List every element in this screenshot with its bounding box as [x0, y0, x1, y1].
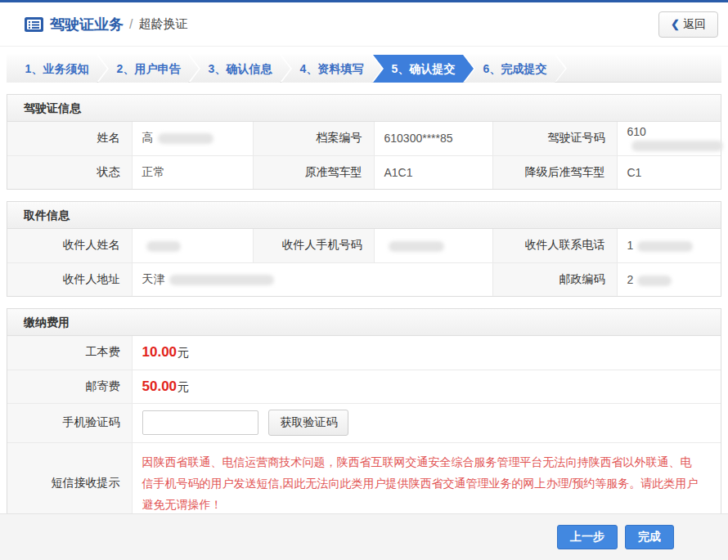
- step-tab-2[interactable]: 2、用户申告: [98, 55, 199, 83]
- redacted-value: [637, 276, 672, 286]
- field-value-postal-code: 2: [617, 262, 721, 296]
- steps-filler: [556, 55, 721, 82]
- section-title-license: 驾驶证信息: [7, 95, 721, 122]
- value-text: 高: [142, 131, 154, 144]
- table-row: 收件人地址 天津 邮政编码 2: [7, 262, 721, 296]
- fee-amount: 10.00: [142, 344, 178, 360]
- get-sms-code-button[interactable]: 获取验证码: [268, 410, 348, 436]
- table-row: 收件人姓名 收件人手机号码 收件人联系电话 1: [7, 229, 721, 262]
- field-label-name: 姓名: [7, 122, 132, 155]
- section-title-fees: 缴纳费用: [7, 309, 721, 336]
- field-value-recipient-name: [132, 229, 253, 262]
- step-tab-6[interactable]: 6、完成提交: [465, 55, 565, 83]
- page-subtitle: 超龄换证: [138, 16, 187, 32]
- back-button-label: 返回: [683, 17, 706, 32]
- sms-code-input[interactable]: [142, 410, 258, 435]
- page-title: 驾驶证业务: [50, 15, 124, 34]
- table-row: 工本费 10.00元: [7, 336, 721, 370]
- footer-bar: 上一步 完成: [0, 513, 728, 560]
- value-text: 610: [627, 125, 646, 138]
- value-text: C1: [627, 166, 642, 179]
- breadcrumb-separator: /: [129, 17, 133, 32]
- field-value-original-class: A1C1: [374, 155, 492, 189]
- redacted-value: [389, 241, 444, 252]
- step-progress-bar: 1、业务须知 2、用户申告 3、确认信息 4、资料填写 5、确认提交 6、完成提…: [7, 55, 721, 83]
- redacted-value: [637, 241, 693, 252]
- fees-table: 工本费 10.00元 邮寄费 50.00元 手机验证码 获取验证码 短信接收提示…: [7, 336, 721, 523]
- field-label-sms-code: 手机验证码: [7, 403, 132, 442]
- table-row: 姓名 高 档案编号 610300****85 驾驶证号码 610: [7, 122, 721, 155]
- field-label-original-class: 原准驾车型: [253, 155, 374, 189]
- field-value-recipient-mobile: [374, 229, 492, 262]
- previous-step-button[interactable]: 上一步: [557, 525, 618, 549]
- section-pickup-info: 取件信息 收件人姓名 收件人手机号码 收件人联系电话 1 收件人地址 天津 邮政…: [7, 201, 721, 297]
- section-license-info: 驾驶证信息 姓名 高 档案编号 610300****85 驾驶证号码 610 状…: [7, 94, 721, 190]
- redacted-value: [169, 275, 274, 285]
- field-value-production-fee: 10.00元: [132, 336, 721, 370]
- table-row: 邮寄费 50.00元: [7, 370, 721, 403]
- field-value-file-number: 610300****85: [374, 122, 492, 155]
- field-label-recipient-address: 收件人地址: [7, 262, 132, 296]
- field-label-status: 状态: [7, 155, 132, 189]
- license-info-table: 姓名 高 档案编号 610300****85 驾驶证号码 610 状态 正常 原…: [7, 122, 721, 189]
- chevron-left-icon: ❮: [671, 18, 680, 30]
- field-label-sms-notice: 短信接收提示: [7, 442, 132, 523]
- field-label-postage-fee: 邮寄费: [7, 370, 132, 403]
- pickup-info-table: 收件人姓名 收件人手机号码 收件人联系电话 1 收件人地址 天津 邮政编码 2: [7, 229, 721, 296]
- step-tab-1[interactable]: 1、业务须知: [7, 55, 107, 83]
- value-text: 正常: [142, 165, 165, 178]
- section-title-pickup: 取件信息: [7, 202, 721, 229]
- redacted-value: [158, 133, 213, 144]
- section-fees: 缴纳费用 工本费 10.00元 邮寄费 50.00元 手机验证码 获取验证码 短…: [7, 308, 721, 524]
- table-row: 手机验证码 获取验证码: [7, 403, 721, 442]
- step-tab-5-active[interactable]: 5、确认提交: [373, 55, 474, 83]
- redacted-value: [631, 141, 723, 151]
- value-text: 2: [627, 273, 634, 286]
- value-text: A1C1: [384, 166, 413, 179]
- field-value-name: 高: [132, 122, 253, 155]
- value-text: 天津: [142, 272, 165, 285]
- field-label-recipient-name: 收件人姓名: [7, 229, 132, 262]
- field-label-postal-code: 邮政编码: [492, 262, 617, 296]
- sms-notice-text: 因陕西省联通、电信运营商技术问题，陕西省互联网交通安全综合服务管理平台无法向持陕…: [132, 442, 721, 523]
- field-label-license-number: 驾驶证号码: [492, 122, 617, 155]
- field-value-recipient-phone: 1: [617, 229, 721, 262]
- table-row: 状态 正常 原准驾车型 A1C1 降级后准驾车型 C1: [7, 155, 721, 189]
- field-sms-code: 获取验证码: [132, 403, 721, 442]
- fee-amount: 50.00: [142, 379, 178, 394]
- field-label-recipient-phone: 收件人联系电话: [492, 229, 617, 262]
- value-text: 610300****85: [384, 132, 453, 145]
- field-label-production-fee: 工本费: [7, 336, 132, 370]
- step-tab-4[interactable]: 4、资料填写: [281, 55, 382, 83]
- field-label-downgraded-class: 降级后准驾车型: [492, 155, 617, 189]
- field-label-recipient-mobile: 收件人手机号码: [253, 229, 374, 262]
- table-row: 短信接收提示 因陕西省联通、电信运营商技术问题，陕西省互联网交通安全综合服务管理…: [7, 442, 721, 523]
- field-label-file-number: 档案编号: [253, 122, 374, 155]
- finish-button[interactable]: 完成: [625, 525, 674, 549]
- step-tab-3[interactable]: 3、确认信息: [190, 55, 290, 83]
- redacted-value: [146, 241, 181, 252]
- license-list-icon: [25, 17, 43, 32]
- fee-unit: 元: [178, 346, 189, 359]
- value-text: 1: [627, 239, 634, 252]
- field-value-license-number: 610: [617, 122, 721, 155]
- field-value-recipient-address: 天津: [132, 262, 492, 296]
- field-value-postage-fee: 50.00元: [132, 370, 721, 403]
- field-value-status: 正常: [132, 155, 253, 189]
- back-button[interactable]: ❮ 返回: [658, 11, 718, 38]
- field-value-downgraded-class: C1: [617, 155, 721, 189]
- fee-unit: 元: [178, 380, 189, 393]
- page-header: 驾驶证业务 / 超龄换证 ❮ 返回: [0, 2, 728, 47]
